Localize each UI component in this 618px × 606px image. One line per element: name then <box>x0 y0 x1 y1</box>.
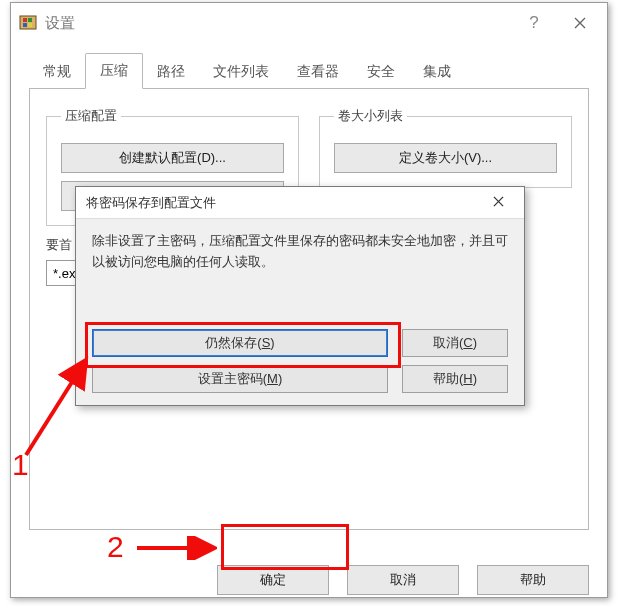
dialog-cancel-button[interactable]: 取消(C) <box>402 329 508 357</box>
dialog-titlebar: 将密码保存到配置文件 <box>76 187 524 219</box>
window-title: 设置 <box>45 14 511 33</box>
help-button-footer[interactable]: 帮助 <box>477 565 589 595</box>
define-volume-button[interactable]: 定义卷大小(V)... <box>334 143 557 173</box>
dialog-message: 除非设置了主密码，压缩配置文件里保存的密码都未安全地加密，并且可以被访问您电脑的… <box>92 231 508 273</box>
set-master-password-button[interactable]: 设置主密码(M) <box>92 365 388 393</box>
tab-filelist[interactable]: 文件列表 <box>199 55 283 89</box>
help-button[interactable]: ? <box>511 3 557 43</box>
cancel-button[interactable]: 取消 <box>347 565 459 595</box>
tab-integration[interactable]: 集成 <box>409 55 465 89</box>
svg-rect-3 <box>23 23 27 27</box>
tab-security[interactable]: 安全 <box>353 55 409 89</box>
dialog-close-button[interactable] <box>478 195 518 210</box>
svg-rect-2 <box>28 18 32 22</box>
footer-buttons: 确定 取消 帮助 <box>217 565 589 595</box>
tab-bar: 常规 压缩 路径 文件列表 查看器 安全 集成 <box>29 53 589 89</box>
tab-viewer[interactable]: 查看器 <box>283 55 353 89</box>
titlebar: 设置 ? <box>11 3 607 43</box>
annotation-label-1: 1 <box>12 448 29 482</box>
volume-legend: 卷大小列表 <box>334 107 407 125</box>
compress-config-legend: 压缩配置 <box>61 107 121 125</box>
tab-path[interactable]: 路径 <box>143 55 199 89</box>
svg-rect-1 <box>23 18 27 22</box>
svg-rect-0 <box>20 16 36 29</box>
annotation-label-2: 2 <box>107 530 124 564</box>
volume-group: 卷大小列表 定义卷大小(V)... <box>319 107 572 188</box>
close-button[interactable] <box>557 3 603 43</box>
create-default-button[interactable]: 创建默认配置(D)... <box>61 143 284 173</box>
still-save-button[interactable]: 仍然保存(S) <box>92 329 388 357</box>
svg-rect-4 <box>28 23 32 27</box>
tab-compress[interactable]: 压缩 <box>85 53 143 89</box>
app-icon <box>19 14 37 32</box>
password-save-dialog: 将密码保存到配置文件 除非设置了主密码，压缩配置文件里保存的密码都未安全地加密，… <box>75 186 525 406</box>
dialog-title: 将密码保存到配置文件 <box>86 194 478 212</box>
ok-button[interactable]: 确定 <box>217 565 329 595</box>
tab-general[interactable]: 常规 <box>29 55 85 89</box>
dialog-help-button[interactable]: 帮助(H) <box>402 365 508 393</box>
